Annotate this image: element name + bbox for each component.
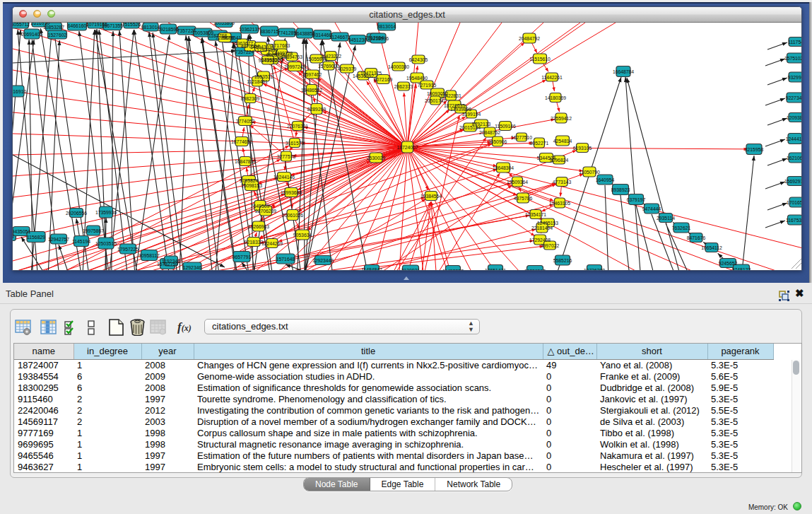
svg-text:8813014: 8813014 — [377, 24, 396, 29]
svg-text:16296513: 16296513 — [524, 269, 546, 271]
svg-text:19218596: 19218596 — [158, 27, 179, 32]
svg-text:11422831: 11422831 — [440, 93, 461, 98]
svg-text:10053809: 10053809 — [213, 23, 235, 25]
svg-text:18266963: 18266963 — [248, 224, 269, 229]
svg-text:20484792: 20484792 — [519, 36, 540, 41]
svg-text:6193105: 6193105 — [573, 146, 592, 151]
svg-text:14000380: 14000380 — [388, 64, 409, 69]
svg-text:20691406: 20691406 — [21, 32, 42, 37]
svg-text:1640954: 1640954 — [596, 177, 615, 182]
svg-text:9329966: 9329966 — [788, 75, 801, 80]
svg-text:9474444: 9474444 — [642, 206, 661, 211]
svg-text:17359936: 17359936 — [95, 210, 117, 215]
svg-text:8938923: 8938923 — [611, 187, 630, 192]
svg-text:18648304: 18648304 — [493, 165, 514, 170]
svg-text:7515526: 7515526 — [122, 23, 141, 27]
svg-text:5585216: 5585216 — [553, 258, 572, 263]
svg-text:3277578: 3277578 — [277, 154, 296, 159]
svg-text:9748123: 9748123 — [732, 267, 751, 271]
svg-text:2530029: 2530029 — [367, 156, 386, 160]
svg-text:8451230: 8451230 — [348, 37, 367, 42]
svg-text:10654112: 10654112 — [701, 245, 722, 250]
svg-text:22706289: 22706289 — [255, 209, 276, 214]
svg-text:18993688: 18993688 — [281, 190, 302, 195]
svg-text:1192346: 1192346 — [162, 259, 180, 264]
svg-text:3774052: 3774052 — [236, 119, 255, 124]
svg-text:20061026: 20061026 — [282, 213, 303, 218]
svg-text:1292346: 1292346 — [183, 265, 202, 270]
svg-text:8982309: 8982309 — [241, 96, 260, 101]
svg-text:19509364: 19509364 — [507, 180, 528, 185]
svg-text:19975867: 19975867 — [83, 228, 104, 233]
svg-text:3199194: 3199194 — [462, 112, 481, 117]
svg-text:19463105: 19463105 — [549, 201, 570, 206]
svg-text:12093822: 12093822 — [787, 115, 801, 120]
svg-text:2935114: 2935114 — [657, 216, 675, 221]
svg-text:22076301: 22076301 — [287, 124, 308, 129]
svg-text:11515610: 11515610 — [529, 57, 551, 62]
svg-text:14055712: 14055712 — [13, 23, 30, 27]
svg-text:19486522: 19486522 — [301, 88, 322, 93]
svg-text:9245652: 9245652 — [719, 261, 738, 266]
svg-text:1571648: 1571648 — [276, 257, 295, 262]
svg-text:11509146: 11509146 — [495, 124, 516, 129]
svg-text:10471375: 10471375 — [360, 71, 382, 76]
svg-text:20015134: 20015134 — [459, 125, 481, 130]
svg-text:8471676: 8471676 — [687, 235, 706, 240]
svg-text:8215958: 8215958 — [745, 147, 764, 152]
svg-text:1244415: 1244415 — [786, 136, 801, 141]
svg-text:4773143: 4773143 — [553, 180, 572, 185]
svg-text:12503515: 12503515 — [95, 241, 117, 246]
svg-text:9227342: 9227342 — [786, 95, 801, 100]
svg-text:6466160: 6466160 — [68, 23, 87, 28]
svg-text:11050790: 11050790 — [579, 170, 600, 175]
svg-text:10853287: 10853287 — [43, 25, 64, 30]
svg-text:16671355: 16671355 — [102, 23, 123, 28]
svg-text:12923448: 12923448 — [312, 258, 334, 263]
svg-text:17292408: 17292408 — [529, 238, 551, 243]
svg-text:17939896: 17939896 — [450, 107, 471, 112]
svg-text:15692971: 15692971 — [784, 179, 801, 184]
svg-text:16847830: 16847830 — [235, 159, 256, 164]
svg-text:7357224: 7357224 — [235, 49, 254, 54]
svg-text:18724007: 18724007 — [396, 145, 418, 150]
svg-text:18774652: 18774652 — [231, 139, 252, 144]
svg-text:20997245: 20997245 — [284, 64, 305, 69]
svg-text:17957225: 17957225 — [117, 247, 139, 252]
svg-text:1145194: 1145194 — [72, 239, 90, 244]
svg-text:16277510: 16277510 — [511, 135, 532, 140]
svg-text:11484847: 11484847 — [361, 267, 382, 271]
svg-text:9096824: 9096824 — [550, 158, 569, 163]
svg-text:2717683: 2717683 — [271, 43, 290, 48]
svg-text:3161579: 3161579 — [286, 141, 305, 146]
svg-text:10958117: 10958117 — [139, 253, 160, 258]
svg-text:12405153: 12405153 — [537, 221, 558, 226]
svg-text:20206556: 20206556 — [66, 211, 87, 216]
svg-text:2616910: 2616910 — [13, 89, 26, 94]
svg-text:1527602: 1527602 — [48, 33, 67, 37]
svg-text:11218461: 11218461 — [247, 79, 268, 84]
svg-text:1167531: 1167531 — [786, 218, 801, 223]
svg-text:3997022: 3997022 — [541, 243, 560, 248]
svg-text:3650906: 3650906 — [488, 139, 507, 144]
svg-text:19736388: 19736388 — [584, 268, 605, 271]
svg-text:11442261: 11442261 — [541, 75, 563, 80]
svg-text:22559412: 22559412 — [551, 116, 572, 121]
svg-text:8052271: 8052271 — [530, 141, 549, 146]
svg-text:15769000: 15769000 — [318, 64, 339, 69]
svg-text:16423222: 16423222 — [320, 54, 341, 59]
svg-text:4254814: 4254814 — [553, 139, 572, 144]
svg-text:12244269: 12244269 — [261, 241, 283, 246]
svg-text:20848752: 20848752 — [479, 130, 500, 135]
svg-text:8072169: 8072169 — [374, 77, 393, 82]
svg-text:19384554: 19384554 — [420, 194, 442, 199]
svg-text:16648784: 16648784 — [613, 69, 634, 74]
svg-text:10362137: 10362137 — [239, 27, 260, 32]
svg-text:15751024: 15751024 — [784, 56, 801, 61]
svg-text:12942757: 12942757 — [48, 237, 69, 242]
svg-text:1156829: 1156829 — [27, 235, 45, 240]
svg-text:7649509: 7649509 — [251, 204, 270, 209]
svg-text:17651421: 17651421 — [485, 268, 506, 271]
svg-text:6424305: 6424305 — [409, 57, 428, 62]
svg-text:7632621: 7632621 — [672, 226, 691, 230]
